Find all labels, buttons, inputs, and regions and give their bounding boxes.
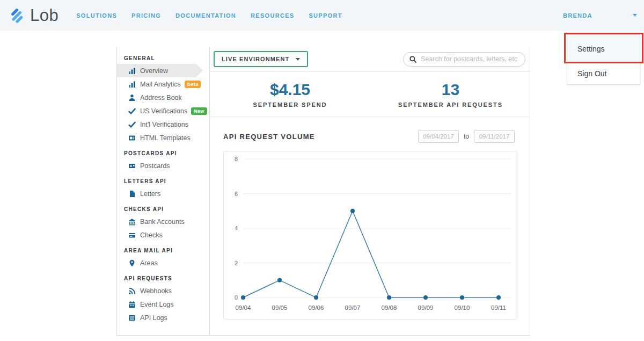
svg-text:0: 0 [235, 294, 238, 301]
nav-link-solutions[interactable]: SOLUTIONS [76, 12, 117, 19]
toolbar: LIVE ENVIRONMENT [210, 47, 531, 71]
sidebar-section-header-general: GENERAL [117, 52, 209, 64]
bank-icon [128, 218, 136, 226]
svg-text:09/11: 09/11 [491, 304, 506, 311]
letter-icon [128, 190, 136, 198]
nav-link-resources[interactable]: RESOURCES [251, 12, 294, 19]
sidebar-item-label: Areas [140, 259, 158, 267]
check-icon [128, 107, 136, 115]
sidebar-item-label: Postcards [140, 162, 170, 170]
nav-link-support[interactable]: SUPPORT [309, 12, 342, 19]
menu-item-settings[interactable]: Settings [567, 35, 640, 63]
date-range-to-label: to [464, 133, 469, 140]
sidebar-item-label: Letters [140, 190, 160, 198]
user-dropdown-menu: Settings Sign Out [567, 34, 640, 85]
sidebar-section-header-api-requests: API REQUESTS [117, 272, 209, 284]
menu-item-sign-out[interactable]: Sign Out [567, 63, 640, 84]
search-box[interactable] [403, 52, 525, 67]
sidebar-item-label: Mail Analytics [140, 81, 181, 88]
svg-text:09/07: 09/07 [345, 304, 361, 311]
sidebar-item-label: Webhooks [140, 287, 172, 295]
svg-text:09/04: 09/04 [236, 304, 251, 311]
sidebar-item-us-verifications[interactable]: US VerificationsNew [117, 104, 209, 118]
sidebar-item-checks[interactable]: Checks [117, 228, 209, 242]
svg-text:09/08: 09/08 [382, 304, 397, 311]
main-content: LIVE ENVIRONMENT $4.15 SEPTEMBER SPEND 1… [210, 47, 531, 335]
sidebar-item-overview[interactable]: Overview [117, 64, 196, 77]
svg-text:2: 2 [235, 260, 238, 266]
calendar-icon [128, 301, 136, 308]
svg-text:8: 8 [235, 156, 238, 162]
lob-logo-icon [7, 5, 27, 26]
template-icon [128, 134, 136, 142]
sidebar-item-webhooks[interactable]: Webhooks [117, 284, 209, 298]
sidebar: GENERALOverviewMail AnalyticsBetaAddress… [117, 47, 210, 335]
sidebar-item-label: US Verifications [140, 107, 187, 115]
svg-text:09/09: 09/09 [418, 304, 434, 311]
sidebar-item-label: Address Book [140, 94, 182, 101]
badge-beta: Beta [185, 81, 201, 88]
stat-label: SEPTEMBER SPEND [253, 101, 327, 108]
sidebar-item-int-l-verifications[interactable]: Int'l Verifications [117, 118, 209, 131]
stat-value: $4.15 [270, 81, 310, 99]
user-name: BRENDA [563, 12, 592, 19]
line-chart: 0246809/0409/0509/0609/0709/0809/0909/10… [224, 151, 517, 319]
card-icon [128, 231, 136, 239]
person-icon [128, 94, 136, 101]
sidebar-item-bank-accounts[interactable]: Bank Accounts [117, 215, 209, 228]
sidebar-section-header-checks-api: CHECKS API [117, 202, 209, 215]
sidebar-item-label: Event Logs [140, 301, 174, 308]
nav-link-pricing[interactable]: PRICING [131, 12, 161, 19]
stat-value: 13 [442, 81, 459, 99]
bar-chart-icon [128, 67, 136, 75]
pin-icon [128, 259, 136, 267]
sidebar-item-areas[interactable]: Areas [117, 256, 209, 270]
check-icon [128, 121, 136, 128]
stat-label: SEPTEMBER API REQUESTS [398, 101, 503, 108]
api-request-volume-chart: 0246809/0409/0509/0609/0709/0809/0909/10… [223, 151, 517, 320]
sidebar-item-letters[interactable]: Letters [117, 187, 209, 200]
sidebar-item-label: Bank Accounts [140, 218, 185, 226]
environment-selector[interactable]: LIVE ENVIRONMENT [214, 51, 308, 67]
search-input[interactable] [420, 55, 519, 63]
svg-text:4: 4 [235, 225, 238, 231]
svg-text:09/10: 09/10 [455, 304, 470, 311]
date-from-input[interactable] [418, 130, 459, 143]
sidebar-section-header-postcards-api: POSTCARDS API [117, 147, 209, 159]
lob-logo[interactable]: Lob [7, 5, 58, 26]
postcard-icon [128, 162, 136, 170]
stat-september-spend: $4.15 SEPTEMBER SPEND [210, 71, 370, 117]
user-menu-trigger[interactable]: BRENDA [563, 0, 637, 31]
dashboard-container: GENERALOverviewMail AnalyticsBetaAddress… [116, 47, 530, 336]
sidebar-item-html-templates[interactable]: HTML Templates [117, 131, 209, 144]
svg-text:09/06: 09/06 [309, 304, 324, 311]
sidebar-item-label: HTML Templates [140, 134, 191, 142]
top-navbar: Lob SOLUTIONSPRICINGDOCUMENTATIONRESOURC… [0, 0, 644, 31]
sidebar-item-mail-analytics[interactable]: Mail AnalyticsBeta [117, 77, 209, 91]
rss-icon [128, 287, 136, 295]
sidebar-item-label: Overview [140, 67, 168, 75]
sidebar-item-label: API Logs [140, 314, 167, 322]
nav-links: SOLUTIONSPRICINGDOCUMENTATIONRESOURCESSU… [76, 12, 342, 19]
chevron-down-icon [633, 14, 637, 17]
nav-link-documentation[interactable]: DOCUMENTATION [175, 12, 236, 19]
sidebar-item-label: Int'l Verifications [140, 121, 188, 128]
sidebar-item-event-logs[interactable]: Event Logs [117, 298, 209, 311]
bar-chart-icon [128, 81, 136, 88]
date-range-picker: to [418, 130, 515, 143]
sidebar-item-address-book[interactable]: Address Book [117, 91, 209, 104]
sidebar-item-label: Checks [140, 231, 163, 239]
list-icon [128, 314, 136, 322]
date-to-input[interactable] [474, 130, 515, 143]
chart-title: API REQUEST VOLUME [223, 133, 315, 141]
brand-name: Lob [30, 6, 58, 25]
search-icon [409, 56, 416, 63]
sidebar-item-api-logs[interactable]: API Logs [117, 311, 209, 324]
sidebar-item-postcards[interactable]: Postcards [117, 159, 209, 172]
stat-september-api-requests: 13 SEPTEMBER API REQUESTS [370, 71, 531, 117]
svg-text:09/05: 09/05 [272, 304, 288, 311]
badge-new: New [191, 107, 207, 115]
stats-row: $4.15 SEPTEMBER SPEND 13 SEPTEMBER API R… [210, 71, 531, 117]
sidebar-section-header-area-mail-api: AREA MAIL API [117, 244, 209, 256]
sidebar-section-header-letters-api: LETTERS API [117, 175, 209, 187]
